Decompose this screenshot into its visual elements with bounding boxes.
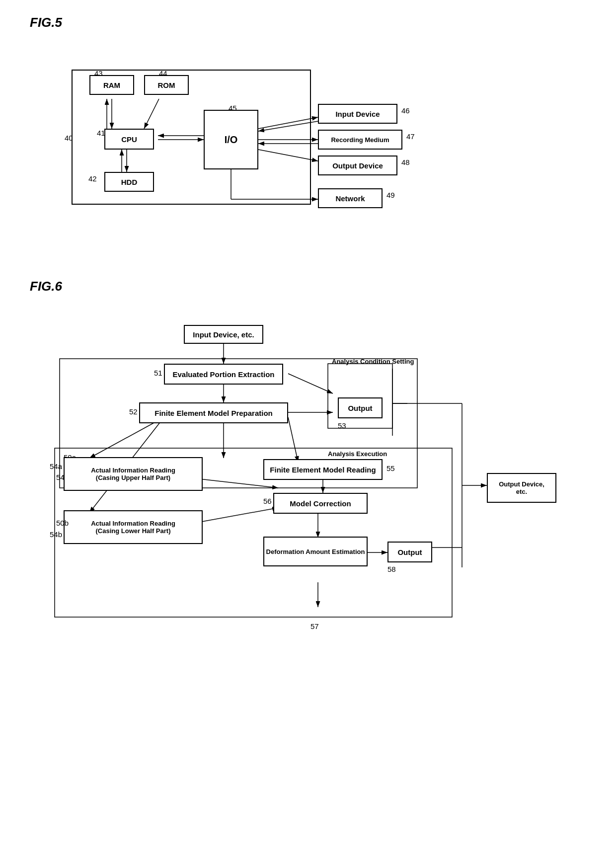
input-device-box: Input Device xyxy=(318,104,397,124)
num-57: 57 xyxy=(310,622,319,630)
recording-medium-box: Recording Medium xyxy=(318,130,402,150)
recording-medium-num: 47 xyxy=(406,132,415,141)
fig5-section: FIG.5 xyxy=(30,15,586,249)
fem-reading-num: 55 xyxy=(386,464,395,472)
fig5-label: FIG.5 xyxy=(30,15,586,30)
rom-num: 44 xyxy=(159,69,167,78)
actual-upper-box: Actual Information Reading (Casing Upper… xyxy=(64,457,203,491)
actual-lower-num: 54b xyxy=(50,530,62,539)
svg-line-21 xyxy=(288,374,333,393)
rom-box: ROM xyxy=(144,75,189,95)
main-box-num: 40 xyxy=(65,134,73,142)
fig6-diagram: Input Device, etc. 50a Evaluated Portion… xyxy=(30,304,586,711)
output-device-box: Output Device xyxy=(318,156,397,175)
output-device-box: Output Device, etc. xyxy=(487,473,556,503)
ram-box: RAM xyxy=(89,75,134,95)
svg-line-26 xyxy=(288,417,298,462)
output2-box: Output xyxy=(387,542,432,562)
deformation-box: Deformation Amount Estimation xyxy=(263,537,368,566)
fem-reading-box: Finite Element Model Reading xyxy=(263,459,383,480)
num-50b: 50b xyxy=(56,519,69,527)
io-num: 45 xyxy=(229,104,237,112)
output-device-num: 48 xyxy=(401,158,410,166)
network-num: 49 xyxy=(386,191,395,199)
svg-line-11 xyxy=(258,121,318,131)
hdd-box: HDD xyxy=(104,172,154,192)
fem-prep-box: Finite Element Model Preparation xyxy=(139,402,288,423)
model-correction-num: 56 xyxy=(263,497,272,505)
fig6-section: FIG.6 xyxy=(30,279,586,711)
fig5-diagram: RAM 43 ROM 44 CPU 41 HDD 42 I/O 45 Input… xyxy=(30,40,586,249)
svg-line-14 xyxy=(258,150,318,161)
actual-upper-num: 54a xyxy=(50,462,62,471)
fig6-label: FIG.6 xyxy=(30,279,586,294)
model-correction-box: Model Correction xyxy=(273,493,368,514)
output1-num: 53 xyxy=(338,421,346,430)
fem-prep-num: 52 xyxy=(129,407,138,416)
actual-lower-box: Actual Information Reading (Casing Lower… xyxy=(64,510,203,544)
svg-line-10 xyxy=(258,117,318,129)
io-box: I/O xyxy=(204,110,258,169)
svg-line-27 xyxy=(89,417,164,458)
analysis-execution-label: Analysis Execution xyxy=(328,450,387,458)
fig6-input-device: Input Device, etc. xyxy=(184,325,263,344)
hdd-num: 42 xyxy=(88,174,97,183)
ram-num: 43 xyxy=(94,69,103,78)
analysis-condition-label: Analysis Condition Setting xyxy=(332,358,414,365)
output1-box: Output xyxy=(338,397,383,418)
svg-rect-22 xyxy=(328,364,392,428)
cpu-num: 41 xyxy=(97,129,105,137)
num-54: 54 xyxy=(56,473,65,481)
output2-num: 58 xyxy=(387,565,396,573)
input-device-num: 46 xyxy=(401,106,410,115)
eval-extraction-box: Evaluated Portion Extraction xyxy=(164,364,283,385)
cpu-box: CPU xyxy=(104,129,154,150)
svg-line-5 xyxy=(144,99,159,129)
eval-num: 51 xyxy=(154,369,162,377)
network-box: Network xyxy=(318,188,383,208)
